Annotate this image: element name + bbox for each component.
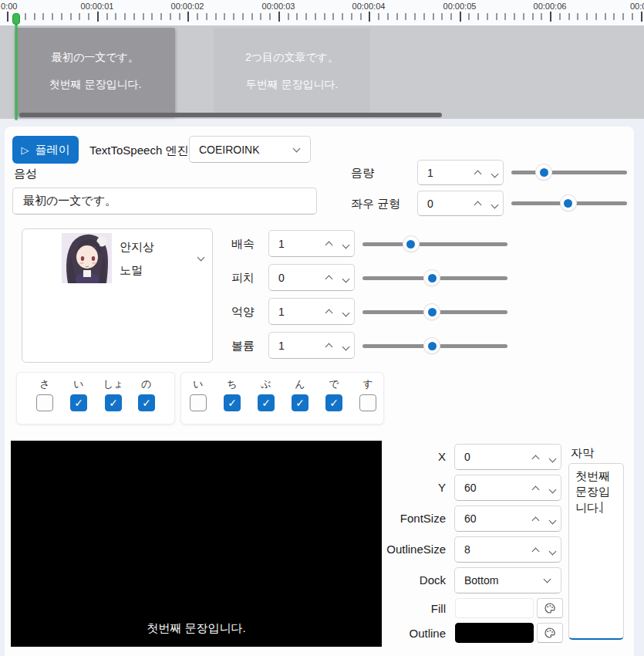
ruler-tick (215, 13, 217, 20)
outline-color-picker-button[interactable] (537, 623, 563, 643)
fontsize-decrement-button[interactable] (544, 512, 561, 526)
pitch-slider[interactable] (362, 270, 507, 286)
mora-checkbox[interactable]: ✓ (105, 394, 122, 411)
ruler-tick (296, 13, 298, 20)
ruler-tick (151, 13, 153, 20)
intonation-decrement-button[interactable] (337, 305, 354, 318)
param-volume-slider[interactable] (362, 338, 507, 353)
x-increment-button[interactable] (527, 451, 544, 464)
dock-dropdown[interactable]: Bottom (454, 567, 561, 593)
ruler-tick (351, 13, 352, 20)
ruler-tick (133, 13, 135, 20)
ruler-tick (568, 13, 570, 20)
voice-text-input[interactable] (12, 188, 317, 215)
speed-slider[interactable] (362, 236, 507, 252)
mora-checkbox[interactable]: ✓ (138, 394, 155, 411)
y-input[interactable]: 60 (454, 475, 561, 501)
ruler-tick (206, 13, 207, 20)
outlinesize-increment-button[interactable] (527, 543, 544, 556)
mora-checkbox[interactable]: ✓ (325, 394, 342, 411)
play-icon: ▷ (22, 144, 29, 156)
ruler-tick (378, 13, 379, 20)
ruler-tick (88, 13, 89, 20)
intonation-slider[interactable] (362, 304, 507, 320)
balance-input[interactable]: 0 (417, 191, 504, 216)
y-increment-button[interactable] (527, 482, 544, 495)
chevron-up-icon (531, 485, 539, 493)
slider-thumb[interactable] (536, 164, 551, 180)
clip-text-ko: 두번째 문장입니다. (214, 78, 370, 92)
timeline-ruler[interactable]: 0:00 00:00:01 00:00:02 00:00:03 00:00:04… (0, 0, 644, 25)
fill-color-swatch[interactable] (455, 598, 534, 618)
balance-slider[interactable] (511, 195, 627, 211)
fontsize-input[interactable]: 60 (454, 506, 561, 532)
intonation-input[interactable]: 1 (268, 298, 355, 325)
balance-increment-button[interactable] (469, 197, 486, 210)
slider-thumb[interactable] (403, 236, 419, 252)
pitch-input[interactable]: 0 (268, 264, 355, 291)
speed-input[interactable]: 1 (268, 230, 355, 257)
fontsize-increment-button[interactable] (527, 512, 544, 526)
ruler-tick (396, 13, 398, 20)
balance-decrement-button[interactable] (486, 197, 503, 210)
y-decrement-button[interactable] (544, 482, 561, 495)
dock-label: Dock (344, 573, 446, 587)
speed-decrement-button[interactable] (337, 237, 354, 250)
x-label: X (344, 450, 446, 463)
speed-value: 1 (269, 238, 320, 250)
param-volume-decrement-button[interactable] (337, 339, 354, 352)
volume-input[interactable]: 1 (417, 160, 504, 185)
dock-value: Bottom (455, 574, 545, 587)
mora-checkbox[interactable]: ✓ (359, 394, 376, 411)
playhead-handle[interactable] (12, 13, 20, 25)
timeline-track[interactable]: 最初の一文です。 첫번째 문장입니다. 2つ目の文章です。 두번째 문장입니다. (0, 25, 644, 119)
play-button[interactable]: ▷ 플레이 (12, 136, 79, 164)
speed-increment-button[interactable] (320, 237, 337, 250)
intonation-label: 억양 (231, 305, 255, 320)
fontsize-label: FontSize (344, 512, 446, 525)
pitch-decrement-button[interactable] (337, 271, 354, 284)
playhead-line (15, 23, 17, 120)
volume-increment-button[interactable] (469, 166, 486, 179)
mora-checkbox[interactable]: ✓ (190, 394, 207, 411)
ruler-tick (25, 13, 26, 20)
mora-checkbox[interactable]: ✓ (36, 394, 53, 411)
timeline-scrollbar[interactable] (19, 113, 442, 117)
slider-thumb[interactable] (424, 338, 440, 353)
mora-checkbox[interactable]: ✓ (70, 394, 87, 411)
ruler-tick (269, 13, 271, 20)
param-volume-input[interactable]: 1 (268, 332, 355, 359)
volume-slider[interactable] (511, 164, 627, 180)
slider-thumb[interactable] (561, 195, 576, 211)
mora-checkbox[interactable]: ✓ (224, 394, 241, 411)
param-volume-increment-button[interactable] (320, 339, 337, 352)
outlinesize-input[interactable]: 8 (454, 536, 561, 563)
timeline-clip-selected[interactable]: 最初の一文です。 첫번째 문장입니다. (15, 28, 175, 116)
timeline-clip[interactable]: 2つ目の文章です。 두번째 문장입니다. (214, 28, 370, 116)
x-value: 0 (455, 451, 527, 463)
mora-checkbox[interactable]: ✓ (292, 394, 309, 411)
ruler-label: 00:00:02 (166, 2, 209, 11)
caption-label: 자막 (571, 446, 594, 461)
slider-thumb[interactable] (424, 270, 440, 286)
mora-group: い ✓ ち ✓ ぶ ✓ ん ✓ で ✓ す ✓ (180, 372, 384, 424)
ruler-tick (170, 13, 171, 20)
volume-decrement-button[interactable] (486, 166, 503, 179)
outlinesize-value: 8 (455, 543, 527, 556)
intonation-increment-button[interactable] (320, 305, 337, 318)
slider-thumb[interactable] (424, 304, 440, 320)
fill-color-picker-button[interactable] (537, 598, 563, 618)
x-decrement-button[interactable] (544, 451, 561, 464)
caption-textarea[interactable]: 첫번째 문장입니다. (568, 463, 624, 640)
character-selector[interactable]: 안지상 노멀 (22, 228, 213, 363)
x-input[interactable]: 0 (454, 444, 561, 470)
chevron-down-icon (544, 576, 551, 583)
outlinesize-decrement-button[interactable] (544, 543, 561, 556)
engine-dropdown[interactable]: COEIROINK (189, 136, 311, 163)
palette-icon (544, 627, 556, 639)
mora-checkbox[interactable]: ✓ (258, 394, 275, 411)
voice-text-label: 음성 (14, 167, 37, 181)
outline-color-swatch[interactable] (455, 623, 534, 643)
y-value: 60 (455, 482, 527, 494)
pitch-increment-button[interactable] (320, 271, 337, 284)
